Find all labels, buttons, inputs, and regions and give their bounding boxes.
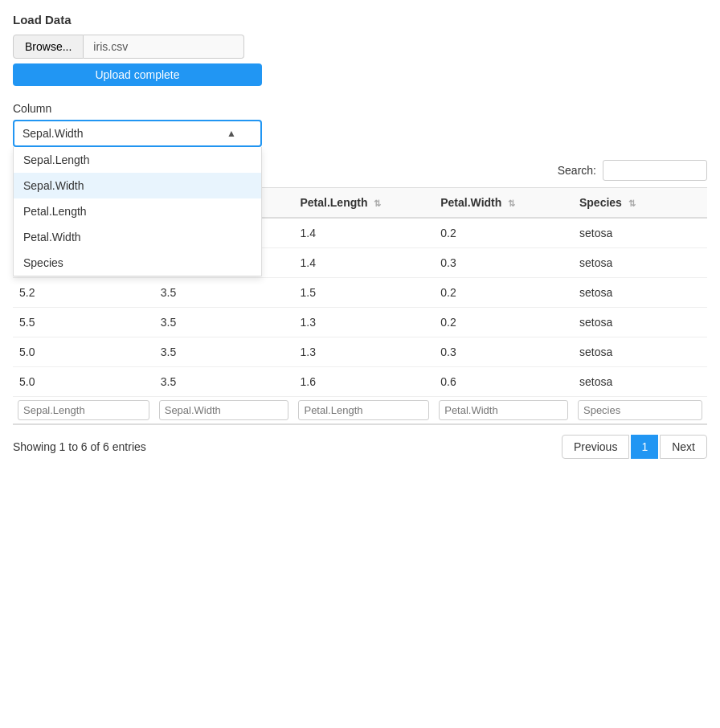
column-selected-value: Sepal.Width: [22, 127, 83, 140]
col-header-petal-length[interactable]: Petal.Length ⇅: [293, 188, 434, 219]
table-row: 5.23.51.50.2setosa: [13, 278, 707, 308]
sort-icon-petal-width: ⇅: [508, 198, 515, 209]
cell-sepal_length: 5.0: [13, 367, 154, 397]
cell-petal_width: 0.2: [434, 308, 573, 337]
next-button[interactable]: Next: [660, 435, 707, 459]
cell-sepal_width: 3.5: [154, 367, 294, 397]
table-footer: Showing 1 to 6 of 6 entries Previous 1 N…: [13, 435, 707, 459]
cell-petal_length: 1.6: [293, 367, 434, 397]
filter-cell-sepal-length: [13, 397, 154, 425]
cell-species: setosa: [573, 248, 707, 278]
cell-petal_length: 1.3: [293, 308, 434, 337]
cell-sepal_width: 3.5: [154, 308, 294, 337]
filter-species[interactable]: [578, 400, 702, 420]
cell-petal_width: 0.2: [434, 278, 573, 308]
search-label: Search:: [558, 164, 596, 177]
cell-petal_length: 1.3: [293, 337, 434, 367]
dropdown-item-sepal-length[interactable]: Sepal.Length: [14, 147, 261, 173]
filter-sepal-length[interactable]: [18, 400, 149, 420]
table-row: 5.03.51.60.6setosa: [13, 367, 707, 397]
cell-petal_length: 1.4: [293, 248, 434, 278]
table-row: 5.53.51.30.2setosa: [13, 308, 707, 337]
cell-petal_width: 0.2: [434, 218, 573, 248]
dropdown-item-petal-width[interactable]: Petal.Width: [14, 224, 261, 250]
cell-sepal_width: 3.5: [154, 278, 294, 308]
cell-sepal_length: 5.0: [13, 337, 154, 367]
col-header-species[interactable]: Species ⇅: [573, 188, 707, 219]
filter-cell-sepal-width: [154, 397, 294, 425]
cell-petal_length: 1.4: [293, 218, 434, 248]
filter-cell-petal-length: [293, 397, 434, 425]
filter-petal-length[interactable]: [298, 400, 429, 420]
table-row: 5.03.51.30.3setosa: [13, 337, 707, 367]
table-filter-row: [13, 397, 707, 425]
cell-sepal_width: 3.5: [154, 337, 294, 367]
cell-sepal_length: 5.2: [13, 278, 154, 308]
filter-sepal-width[interactable]: [159, 400, 289, 420]
dropdown-item-petal-length[interactable]: Petal.Length: [14, 198, 261, 224]
dropdown-item-species[interactable]: Species: [14, 250, 261, 276]
showing-text: Showing 1 to 6 of 6 entries: [13, 440, 146, 453]
load-data-title: Load Data: [13, 13, 707, 27]
search-input[interactable]: [603, 160, 707, 181]
column-section: Column Sepal.Width ▲ Sepal.Length Sepal.…: [13, 102, 707, 147]
cell-species: setosa: [573, 367, 707, 397]
upload-complete-bar: Upload complete: [13, 63, 262, 86]
filter-cell-petal-width: [434, 397, 573, 425]
cell-petal_width: 0.6: [434, 367, 573, 397]
file-name-display: iris.csv: [84, 35, 244, 59]
current-page-number[interactable]: 1: [631, 435, 658, 459]
cell-species: setosa: [573, 278, 707, 308]
file-input-row: Browse... iris.csv: [13, 35, 707, 59]
cell-petal_width: 0.3: [434, 248, 573, 278]
column-dropdown-container: Sepal.Width ▲ Sepal.Length Sepal.Width P…: [13, 120, 262, 147]
sort-icon-petal-length: ⇅: [374, 198, 381, 209]
cell-petal_width: 0.3: [434, 337, 573, 367]
cell-species: setosa: [573, 308, 707, 337]
filter-petal-width[interactable]: [439, 400, 568, 420]
filter-cell-species: [573, 397, 707, 425]
column-label: Column: [13, 102, 707, 115]
cell-sepal_length: 5.5: [13, 308, 154, 337]
previous-button[interactable]: Previous: [562, 435, 629, 459]
cell-species: setosa: [573, 337, 707, 367]
col-header-petal-width[interactable]: Petal.Width ⇅: [434, 188, 573, 219]
cell-petal_length: 1.5: [293, 278, 434, 308]
load-data-section: Load Data Browse... iris.csv Upload comp…: [13, 13, 707, 86]
sort-icon-species: ⇅: [628, 198, 636, 209]
column-dropdown-selected[interactable]: Sepal.Width ▲: [13, 120, 262, 147]
dropdown-item-sepal-width[interactable]: Sepal.Width: [14, 173, 261, 198]
browse-button[interactable]: Browse...: [13, 35, 84, 59]
cell-species: setosa: [573, 218, 707, 248]
chevron-up-icon: ▲: [227, 128, 236, 139]
pagination: Previous 1 Next: [562, 435, 707, 459]
column-dropdown-menu: Sepal.Length Sepal.Width Petal.Length Pe…: [13, 147, 262, 276]
